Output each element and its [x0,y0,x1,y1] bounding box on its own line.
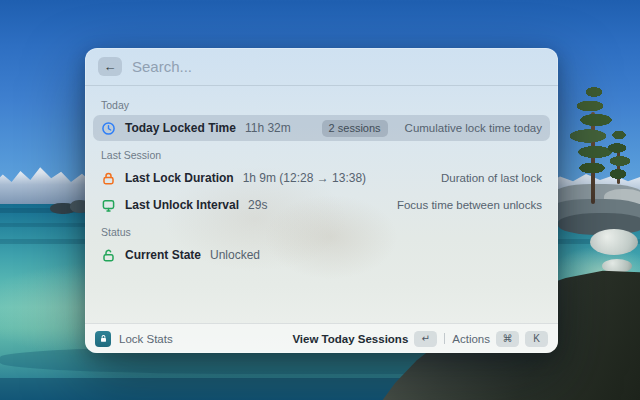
row-value: 1h 9m (12:28 → 13:38) [243,171,366,185]
list-item-current-state[interactable]: Current State Unlocked [93,242,550,268]
list-item-today-locked-time[interactable]: Today Locked Time 11h 32m 2 sessions Cum… [93,115,550,141]
section-header-today: Today [101,99,542,111]
row-title: Today Locked Time [125,121,236,135]
row-accessory: Cumulative lock time today [405,122,542,134]
wallpaper-pine-tree [602,128,640,182]
footer-bar: Lock Stats View Today Sessions ↵ Actions… [85,323,558,353]
results-list: Today Today Locked Time 11h 32m 2 sessio… [85,86,558,268]
row-accessory: Focus time between unlocks [397,199,542,211]
row-title: Current State [125,248,201,262]
clock-icon [101,121,116,136]
lock-open-icon [101,248,116,263]
list-item-last-lock-duration[interactable]: Last Lock Duration 1h 9m (12:28 → 13:38)… [93,165,550,191]
footer-app-name: Lock Stats [119,333,173,345]
wallpaper-white-boulder [590,229,638,255]
lock-stats-app-icon [95,331,111,347]
footer-divider [444,333,445,344]
list-item-last-unlock-interval[interactable]: Last Unlock Interval 29s Focus time betw… [93,192,550,218]
return-key-badge: ↵ [414,331,437,347]
session-count-badge: 2 sessions [322,120,388,137]
row-accessory: Duration of last lock [441,172,542,184]
back-arrow-icon: ← [104,60,117,73]
k-key-badge: K [525,331,548,347]
row-value: 29s [248,198,267,212]
secondary-action-label: Actions [452,333,490,345]
section-header-last-session: Last Session [101,149,542,161]
primary-action-label: View Today Sessions [292,333,408,345]
command-key-badge: ⌘ [496,331,519,347]
monitor-icon [101,198,116,213]
row-value: 11h 32m [245,121,291,135]
search-input[interactable] [132,58,545,75]
section-header-status: Status [101,226,542,238]
view-today-sessions-button[interactable]: View Today Sessions ↵ [292,331,437,347]
row-title: Last Lock Duration [125,171,234,185]
search-bar: ← [85,48,558,86]
wallpaper-white-boulder [602,259,632,273]
row-title: Last Unlock Interval [125,198,239,212]
row-value: Unlocked [210,248,260,262]
actions-button[interactable]: Actions ⌘ K [452,331,548,347]
lock-icon [98,333,109,344]
footer-actions: View Today Sessions ↵ Actions ⌘ K [292,331,548,347]
back-button[interactable]: ← [98,57,122,76]
lock-closed-icon [101,171,116,186]
launcher-window: ← Today Today Locked Time 11h 32m 2 sess… [85,48,558,353]
